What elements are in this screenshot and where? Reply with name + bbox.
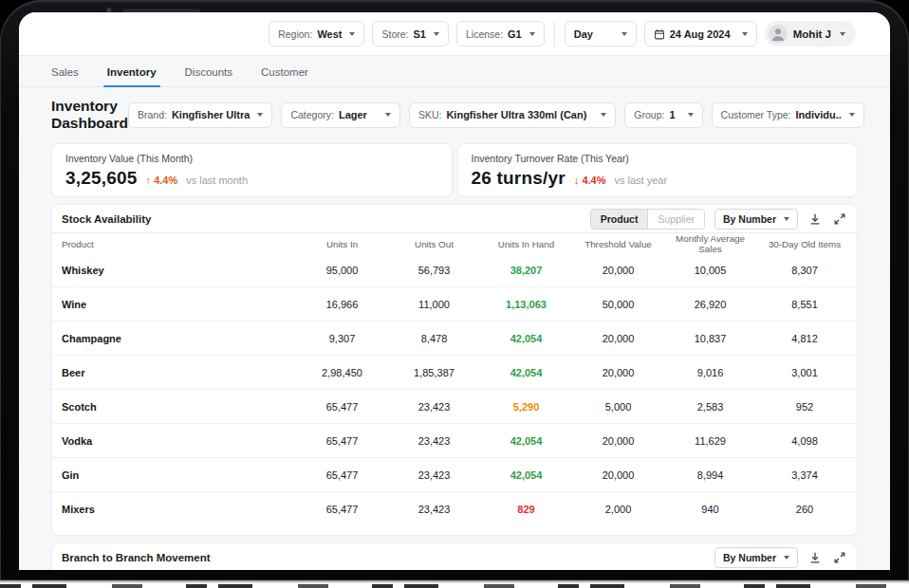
threshold-cell: 2,000 (572, 504, 664, 515)
kpi-value: 26 turns/yr (472, 168, 566, 189)
user-menu[interactable]: Mohit J (765, 21, 856, 46)
column-header: 30-Day Old Items (756, 239, 853, 249)
product-supplier-toggle: Product Supplier (590, 209, 705, 230)
tablet-mockup: Region: West Store: S1 License: G1 Day (0, 0, 909, 588)
filter-label: Brand: (138, 109, 167, 120)
download-button[interactable] (807, 550, 823, 565)
tab-bar: Sales Inventory Discounts Customer (19, 56, 890, 87)
threshold-cell: 20,000 (572, 435, 664, 447)
filter-value: Individu.. (796, 109, 842, 120)
threshold-cell: 50,000 (572, 299, 664, 310)
filter-value: G1 (508, 28, 522, 40)
units-in-cell: 65,477 (296, 504, 388, 515)
license-filter[interactable]: License: G1 (456, 21, 545, 46)
product-name: Wine (62, 299, 296, 310)
units-in-cell: 65,477 (296, 469, 388, 481)
units-out-cell: 23,423 (388, 504, 480, 515)
units-in-cell: 2,98,450 (296, 367, 388, 378)
stock-availability-card: Stock Availability Product Supplier By N… (51, 204, 858, 536)
threshold-cell: 20,000 (572, 469, 664, 481)
branch-movement-card: Branch to Branch Movement By Number (51, 542, 858, 570)
units-out-cell: 23,423 (388, 401, 480, 413)
group-filter[interactable]: Group: 1 (624, 102, 702, 128)
sku-filter[interactable]: SKU: Kingfisher Ultra 330ml (Can) (409, 102, 616, 128)
units-out-cell: 8,478 (388, 333, 480, 344)
calendar-icon (654, 28, 665, 40)
avg-sales-cell: 11,629 (664, 435, 756, 447)
user-name: Mohit J (793, 28, 831, 40)
kpi-compare: vs last month (186, 175, 248, 186)
period-filter[interactable]: Day (565, 21, 637, 46)
kpi-delta: ↑ 4.4% (146, 175, 178, 186)
filter-value: West (317, 28, 342, 40)
avg-sales-cell: 26,920 (664, 299, 756, 310)
units-in-cell: 16,966 (296, 299, 388, 310)
category-filter[interactable]: Category: Lager (281, 102, 400, 128)
units-in-hand-cell: 42,054 (480, 469, 572, 481)
units-in-hand-cell: 42,054 (480, 333, 572, 344)
toggle-product[interactable]: Product (591, 210, 649, 229)
old-items-cell: 4,812 (756, 333, 853, 344)
chevron-down-icon (529, 32, 535, 36)
avg-sales-cell: 2,583 (664, 401, 756, 413)
filter-label: SKU: (418, 109, 442, 120)
by-number-dropdown[interactable]: By Number (714, 547, 798, 568)
units-in-hand-cell: 5,290 (480, 401, 572, 413)
kpi-label: Inventory Turnover Rate (This Year) (472, 153, 844, 164)
up-arrow-icon: ↑ (146, 175, 152, 186)
old-items-cell: 4,098 (756, 435, 853, 447)
filter-label: License: (466, 28, 503, 40)
tab-sales[interactable]: Sales (51, 66, 79, 86)
brand-filter[interactable]: Brand: Kingfisher Ultra (128, 102, 272, 128)
chevron-down-icon (257, 113, 263, 117)
avg-sales-cell: 940 (664, 504, 756, 515)
kpi-delta-value: 4.4% (154, 175, 177, 186)
table-row: Mixers 65,477 23,423 829 2,000 940 260 (52, 491, 857, 525)
date-picker[interactable]: 24 Aug 2024 (644, 21, 757, 46)
tab-inventory[interactable]: Inventory (107, 66, 157, 86)
branch-controls: By Number (714, 547, 847, 568)
date-value: 24 Aug 2024 (670, 28, 731, 40)
branch-card-header: Branch to Branch Movement By Number (52, 543, 857, 570)
expand-button[interactable] (832, 211, 847, 227)
filter-label: Store: (381, 28, 408, 40)
filter-value: Lager (339, 109, 367, 120)
expand-icon (833, 212, 846, 226)
units-in-hand-cell: 42,054 (480, 367, 572, 378)
old-items-cell: 3,374 (756, 469, 853, 481)
units-in-cell: 9,307 (296, 333, 388, 344)
old-items-cell: 3,001 (756, 367, 853, 378)
column-header: Product (62, 239, 296, 249)
customer-type-filter[interactable]: Customer Type: Individu.. (712, 102, 864, 128)
threshold-cell: 20,000 (572, 265, 664, 276)
toggle-supplier[interactable]: Supplier (648, 210, 704, 229)
store-filter[interactable]: Store: S1 (372, 21, 448, 46)
kpi-line: 26 turns/yr ↓ 4.4% vs last year (472, 168, 844, 189)
old-items-cell: 952 (756, 401, 853, 413)
chevron-down-icon (434, 32, 439, 36)
chevron-down-icon (349, 32, 355, 36)
filter-label: Category: (290, 109, 334, 120)
by-number-dropdown[interactable]: By Number (714, 209, 798, 230)
table-row: Champagne 9,307 8,478 42,054 20,000 10,8… (52, 321, 857, 355)
product-name: Mixers (62, 504, 296, 515)
avg-sales-cell: 10,837 (664, 333, 756, 344)
old-items-cell: 260 (756, 504, 853, 515)
column-header: Units In (296, 239, 388, 249)
stock-controls: Product Supplier By Number (590, 209, 847, 230)
threshold-cell: 20,000 (572, 367, 664, 378)
filter-value: Kingfisher Ultra (172, 109, 250, 120)
tab-customer[interactable]: Customer (261, 66, 308, 86)
region-filter[interactable]: Region: West (269, 21, 364, 46)
download-button[interactable] (807, 211, 823, 227)
expand-button[interactable] (832, 550, 847, 565)
download-icon (808, 212, 822, 226)
tab-discounts[interactable]: Discounts (185, 66, 233, 86)
table-row: Gin 65,477 23,423 42,054 20,000 8,994 3,… (52, 457, 857, 491)
page-title: Inventory Dashboard (51, 98, 128, 132)
section-title: Stock Availability (62, 213, 151, 225)
filter-value: Kingfisher Ultra 330ml (Can) (446, 109, 586, 120)
kpi-line: 3,25,605 ↑ 4.4% vs last month (65, 168, 438, 189)
filter-label: Region: (278, 28, 312, 40)
dropdown-value: By Number (723, 552, 776, 563)
